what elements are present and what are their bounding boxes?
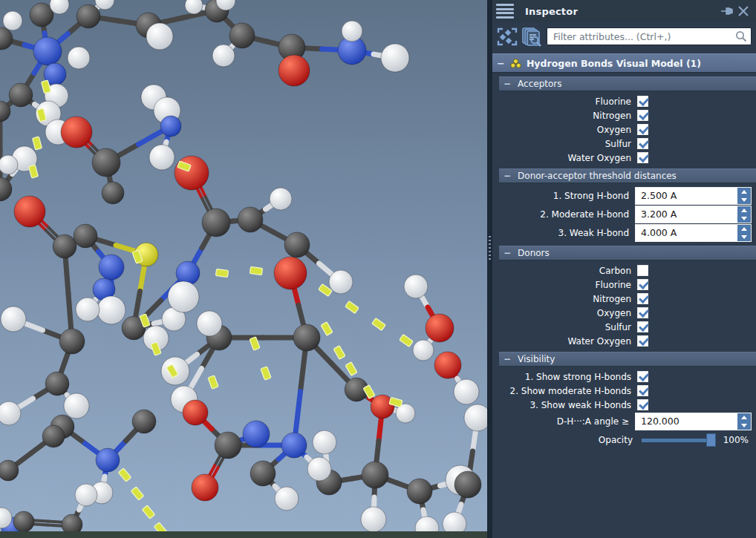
opacity-slider[interactable]	[642, 433, 716, 447]
checkbox[interactable]	[637, 124, 648, 135]
atom-C[interactable]	[0, 27, 13, 50]
atom-H[interactable]	[381, 44, 409, 72]
atom-H[interactable]	[75, 484, 97, 506]
close-icon[interactable]	[737, 4, 750, 18]
atom-C[interactable]	[407, 479, 432, 504]
atom-H[interactable]	[342, 21, 362, 42]
atom-O[interactable]	[183, 400, 208, 425]
atom-H[interactable]	[361, 507, 386, 532]
atom-C[interactable]	[9, 83, 33, 107]
atom-C[interactable]	[0, 177, 12, 201]
expand-selection-button[interactable]	[495, 25, 519, 47]
section-header-thresholds[interactable]: − Donor-acceptor threshold distances	[499, 168, 756, 183]
section-header-acceptors[interactable]: − Acceptors	[499, 76, 756, 91]
weak-hbond-spinbox[interactable]: 4.000 A	[635, 224, 752, 242]
atom-O[interactable]	[14, 196, 45, 227]
spin-up-button[interactable]	[737, 225, 751, 233]
atom-O[interactable]	[274, 257, 307, 289]
spin-down-button[interactable]	[737, 421, 751, 430]
atom-C[interactable]	[362, 462, 388, 488]
atom-H[interactable]	[0, 155, 18, 174]
spin-up-button[interactable]	[737, 188, 751, 196]
section-header-visibility[interactable]: − Visibility	[499, 352, 756, 367]
spin-down-button[interactable]	[737, 233, 751, 241]
panel-splitter[interactable]	[487, 0, 492, 538]
collapse-icon[interactable]: −	[504, 171, 511, 181]
checkbox[interactable]	[637, 279, 648, 290]
atom-C[interactable]	[238, 207, 263, 232]
atom-C[interactable]	[13, 511, 34, 532]
atom-O[interactable]	[61, 117, 92, 148]
checkbox[interactable]	[637, 110, 648, 121]
collapse-icon[interactable]: −	[504, 79, 511, 89]
moderate-hbond-spinbox[interactable]: 3.200 A	[635, 206, 752, 223]
section-header-donors[interactable]: − Donors	[499, 246, 756, 260]
spin-up-button[interactable]	[737, 413, 751, 421]
atom-H[interactable]	[404, 275, 428, 298]
opacity-slider-track[interactable]	[642, 439, 716, 442]
collapse-icon[interactable]: −	[497, 58, 505, 69]
checkbox[interactable]	[637, 321, 648, 332]
atom-H[interactable]	[454, 379, 479, 404]
atom-C[interactable]	[229, 23, 255, 48]
checkbox[interactable]	[637, 371, 648, 382]
filter-attributes-input[interactable]	[547, 27, 752, 45]
atom-H[interactable]	[149, 145, 175, 170]
atom-C[interactable]	[74, 224, 97, 248]
spin-down-button[interactable]	[737, 214, 751, 223]
dha-angle-spinbox[interactable]: 120.000	[635, 413, 752, 430]
collapse-icon[interactable]: −	[504, 354, 511, 364]
atom-H[interactable]	[146, 23, 173, 50]
atom-C[interactable]	[53, 234, 76, 258]
atom-H[interactable]	[307, 457, 331, 481]
atom-O[interactable]	[175, 156, 209, 190]
atom-H[interactable]	[212, 45, 235, 67]
molecule-3d-view[interactable]	[0, 0, 487, 538]
atom-H[interactable]	[270, 188, 292, 210]
atom-N[interactable]	[96, 448, 120, 472]
strong-hbond-spinbox[interactable]: 2.500 A	[635, 187, 752, 205]
checkbox[interactable]	[637, 265, 648, 276]
atom-C[interactable]	[102, 182, 124, 204]
checkbox[interactable]	[637, 96, 648, 107]
atom-C[interactable]	[0, 460, 19, 481]
atom-N[interactable]	[33, 37, 62, 65]
atom-C[interactable]	[59, 329, 85, 354]
atom-N[interactable]	[160, 116, 181, 137]
atom-H[interactable]	[275, 487, 299, 511]
checkbox[interactable]	[637, 399, 648, 410]
dock-pin-button[interactable]	[720, 4, 734, 18]
atom-C[interactable]	[92, 148, 120, 177]
atom-H[interactable]	[413, 340, 434, 361]
atom-H[interactable]	[0, 401, 21, 425]
atom-C[interactable]	[42, 425, 65, 447]
atom-N[interactable]	[243, 421, 270, 447]
checkbox[interactable]	[637, 385, 648, 396]
atom-H[interactable]	[1, 306, 26, 332]
atom-H[interactable]	[185, 0, 203, 14]
atom-H[interactable]	[197, 311, 222, 336]
atom-C[interactable]	[293, 324, 320, 351]
filter-documents-button[interactable]	[519, 25, 543, 47]
model-section-header[interactable]: − Hydrogen Bonds Visual Model (1)	[492, 53, 756, 73]
atom-H[interactable]	[464, 404, 487, 431]
atom-H[interactable]	[97, 296, 126, 324]
atom-C[interactable]	[284, 232, 310, 257]
collapse-icon[interactable]: −	[504, 248, 511, 258]
checkbox[interactable]	[637, 307, 648, 318]
atom-O[interactable]	[426, 314, 454, 342]
opacity-slider-handle[interactable]	[706, 433, 716, 447]
atom-H[interactable]	[64, 393, 89, 419]
atom-C[interactable]	[250, 461, 276, 486]
atom-O[interactable]	[434, 352, 461, 378]
atom-H[interactable]	[68, 47, 90, 69]
checkbox[interactable]	[637, 138, 648, 149]
atom-C[interactable]	[76, 4, 100, 28]
checkbox[interactable]	[637, 293, 648, 304]
atom-O[interactable]	[192, 474, 218, 501]
viewport-3d[interactable]	[0, 0, 487, 538]
spin-down-button[interactable]	[737, 196, 751, 204]
atom-C[interactable]	[132, 410, 156, 433]
atom-N[interactable]	[281, 433, 307, 458]
atom-C[interactable]	[45, 372, 69, 396]
